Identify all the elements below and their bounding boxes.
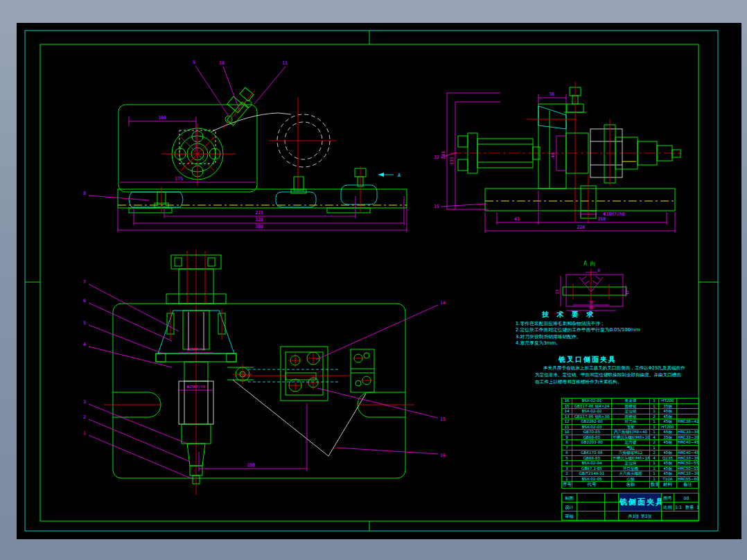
table-row: 9GB68-85开槽沉头螺钉M8×20435钢HRC33~38	[562, 435, 699, 440]
titleblock-design-label: 设计	[562, 502, 577, 511]
detail-dim-12: 12	[625, 290, 629, 295]
dim-41: 41	[514, 216, 520, 222]
dim-175: 175	[175, 176, 183, 182]
detail-dim-8: 8	[597, 268, 600, 272]
balloon-10: 10	[219, 60, 225, 66]
table-row: 5GB68-85开槽沉头螺钉M6×164Q235HRC33~38	[562, 455, 699, 461]
titleblock-design-date	[605, 502, 619, 511]
titleblock-draw-name	[577, 493, 605, 502]
table-row: 1BSX-02-05心轴1T10AHRC55~60	[562, 476, 699, 482]
dim-150-side: 150	[597, 216, 606, 222]
tech-note-line: 3.对刀块铰制后销用锥销配作。	[516, 334, 640, 340]
balloon-8: 8	[83, 191, 86, 196]
dim-150-plan: 150	[247, 462, 255, 468]
titleblock-scale-value: 1:1 数量 1	[674, 502, 699, 511]
table-row: 10GB70-85内六角螺钉M8×40145钢HRC33~38	[562, 430, 699, 435]
tech-note-line: 1.零件在装配前应将毛刺和杂物清洗干净；	[516, 321, 640, 327]
dim-215: 215	[255, 210, 263, 216]
titleblock-no-label: 图号	[662, 493, 674, 502]
balloon-2: 2	[83, 414, 86, 420]
tech-notes-title: 技 术 要 求	[542, 310, 596, 320]
table-row: 11BSX-02-03支架1HT200	[562, 424, 699, 430]
dim-40: 40	[550, 152, 556, 158]
balloon-1: 1	[83, 430, 86, 436]
balloon-12: 12	[434, 155, 439, 160]
table-row: 3GB97.1-85开口垫圈145钢HRC50~55	[562, 466, 699, 471]
table-row: 12GB2262-80对刀块145钢HRC38~42	[562, 419, 699, 425]
titleblock-design-name	[577, 502, 605, 511]
detail-dim-23: 23	[555, 290, 559, 295]
fixture-desc-title: 铣叉口侧面夹具	[559, 355, 617, 365]
dim-143: 143	[441, 151, 446, 159]
dim-36: 36	[549, 91, 554, 97]
desc-line: 为定位基准。定位销、平面和定位键联接限制全部自由度。并由叉口槽面	[535, 372, 682, 379]
titleblock-scale-label: 比例	[662, 502, 674, 511]
titleblock-check-name	[577, 511, 605, 520]
table-row: 13GB117-86 销6×30圆锥销245钢	[562, 414, 699, 419]
title-block: 制图 铣侧面夹具 图号 08 设计 比例 1:1 数量 1 审核 共1张 第1张	[561, 493, 699, 520]
table-row: 2GB/T2149-91大六角头螺栓145钢HRC33~38	[562, 471, 699, 477]
balloon-11: 11	[282, 60, 288, 66]
table-row: 8GB2203-80定向键245钢HRC40~45	[562, 440, 699, 446]
fit-label-upper: Φ25H7/k6	[187, 347, 206, 351]
dim-135: 135	[449, 157, 455, 165]
titleblock-check-label: 审核	[562, 511, 577, 520]
balloon-16: 16	[440, 453, 446, 458]
titleblock-draw-date	[605, 493, 619, 502]
table-row: 16BSX-02-01夹具体1HT200	[562, 399, 699, 404]
dim-fit: Φ18H7/h6	[603, 211, 624, 217]
balloon-15: 15	[434, 204, 439, 209]
balloon-4: 4	[83, 342, 86, 347]
tech-note-line: 2.定位块工作面对定位键的工作平面平行度为0.05/100mm	[516, 327, 640, 333]
dim-220: 220	[577, 225, 585, 230]
bom-header-row: 序号代号名称 数量材料备注	[562, 482, 699, 489]
table-row: 4BSX-02-04定位块145钢HRC50~55	[562, 461, 699, 466]
titleblock-sheet: 共1张 第1张	[619, 511, 662, 520]
table-row: 14BSX-02-02定位销145钢	[562, 409, 699, 414]
titleblock-draw-label: 制图	[562, 493, 577, 502]
balloon-3: 3	[83, 399, 86, 405]
cad-viewer-window: { "colors":{"background":"#8695a9","canv…	[0, 0, 747, 560]
titleblock-check-date	[605, 511, 619, 520]
plan-view: Φ25H7/k6 Φ25H7/f6	[83, 250, 446, 495]
bom-table: 16BSX-02-01夹具体1HT200 15GB117-86 销4×24圆锥销…	[561, 398, 699, 489]
desc-line: 在工件上以螺母和压板螺栓作为夹紧机构。	[535, 379, 682, 386]
tech-notes: 1.零件在装配前应将毛刺和杂物清洗干净； 2.定位块工作面对定位键的工作平面平行…	[516, 321, 640, 347]
dim-380: 380	[255, 224, 263, 229]
balloon-14: 14	[440, 300, 446, 306]
desc-line: 本夹具用于在铣床上加工拨叉的叉口面侧面，工件以Φ25孔及其端面作	[535, 365, 682, 372]
drawing-title: 铣侧面夹具	[619, 493, 662, 511]
section-arrow-label: A	[398, 173, 401, 178]
fixture-desc: 本夹具用于在铣床上加工拨叉的叉口面侧面，工件以Φ25孔及其端面作 为定位基准。定…	[535, 365, 682, 385]
front-view: 9 10 11 8 100 175 215 320 380 A	[83, 60, 407, 232]
fit-label-lower: Φ25H7/f6	[187, 385, 206, 389]
balloon-5: 5	[83, 320, 86, 326]
dim-100: 100	[158, 115, 166, 121]
detail-view-a: A 向 8 23 12 30 40	[555, 261, 629, 310]
detail-view-label: A 向	[583, 261, 596, 267]
side-view: 143 135 12 15 36 40 Φ18H7/h6 41 150 220	[434, 82, 683, 233]
balloon-6: 6	[83, 298, 86, 304]
clamp-assembly	[223, 87, 255, 128]
table-row: 15GB117-86 销4×24圆锥销135钢	[562, 403, 699, 409]
detail-dim-30: 30	[589, 300, 594, 304]
table-row: 6GB6170-86六角螺母M12245钢HRC40~45	[562, 450, 699, 456]
balloon-7: 7	[83, 279, 86, 285]
titleblock-no-value: 08	[674, 493, 699, 502]
titleblock-extra	[662, 511, 699, 520]
balloon-15-plan: 15	[440, 417, 446, 422]
tech-note-line: 4.塞尺厚度为3mm。	[516, 340, 640, 347]
dim-320: 320	[255, 217, 263, 222]
table-row: 7气缸1	[562, 445, 699, 450]
balloon-9: 9	[193, 60, 195, 65]
